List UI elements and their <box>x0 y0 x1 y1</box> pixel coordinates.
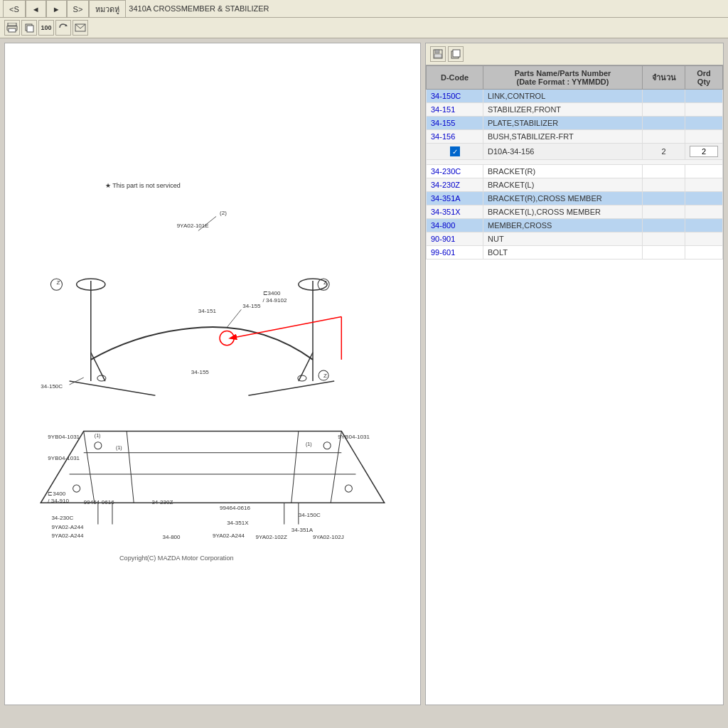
copy-icon <box>24 23 34 33</box>
svg-rect-4 <box>27 26 33 32</box>
svg-text:34-230C: 34-230C <box>51 515 73 521</box>
copy-button[interactable] <box>21 20 37 36</box>
svg-line-36 <box>227 309 241 327</box>
table-row: 34-351XBRACKET(L),CROSS MEMBER <box>427 205 723 219</box>
svg-point-25 <box>95 442 102 449</box>
copyright-text: Copyright(C) MAZDA Motor Corporation <box>119 555 233 562</box>
refresh-button[interactable] <box>55 20 71 36</box>
header-qty: จำนวน <box>643 66 685 90</box>
dcode-cell[interactable]: 34-151 <box>427 103 483 117</box>
dcode-cell[interactable]: 34-156 <box>427 130 483 144</box>
prev-button[interactable]: ◄ <box>26 0 46 17</box>
main-content: ★ This part is not serviced Z Z <box>0 38 728 710</box>
qty-cell <box>643 90 685 103</box>
dcode-cell[interactable]: 34-800 <box>427 219 483 232</box>
svg-text:Z: Z <box>56 279 60 286</box>
table-row: ✓D10A-34-1562 <box>427 144 723 160</box>
parts-save-button[interactable] <box>430 46 446 62</box>
table-row: 34-156BUSH,STABILIZER-FRT <box>427 130 723 144</box>
dcode-cell[interactable]: 34-351A <box>427 192 483 205</box>
parts-name-cell: BRACKET(R) <box>483 165 643 178</box>
table-row: 34-230ZBRACKET(L) <box>427 178 723 192</box>
back-button[interactable]: <S <box>3 0 26 17</box>
svg-line-19 <box>84 432 95 503</box>
dcode-cell[interactable]: 34-230C <box>427 165 483 178</box>
ord-qty-cell <box>685 232 723 246</box>
checkbox-cell[interactable]: ✓ <box>427 144 483 160</box>
bolt-group-left <box>98 503 112 524</box>
dcode-cell[interactable]: 90-901 <box>427 232 483 246</box>
svg-text:34-150C: 34-150C <box>41 383 63 390</box>
forward-button[interactable]: S> <box>67 0 90 17</box>
svg-text:9YA02-102Z: 9YA02-102Z <box>255 534 287 540</box>
part-number-cell: D10A-34-156 <box>483 144 643 160</box>
table-row: 34-230CBRACKET(R) <box>427 165 723 178</box>
svg-text:⊏3400: ⊏3400 <box>263 290 281 296</box>
diagram-panel: ★ This part is not serviced Z Z <box>4 43 421 705</box>
svg-text:(2): (2) <box>220 210 227 216</box>
qty-cell <box>643 192 685 205</box>
ord-qty-cell <box>685 103 723 117</box>
qty-cell <box>643 246 685 259</box>
email-icon <box>75 23 86 32</box>
header-dcode: D-Code <box>427 66 483 90</box>
svg-text:9YA02-A244: 9YA02-A244 <box>51 524 84 530</box>
ord-qty-cell[interactable] <box>685 144 723 160</box>
table-row: 34-151STABILIZER,FRONT <box>427 103 723 117</box>
qty-cell <box>643 103 685 117</box>
checkbox-checked[interactable]: ✓ <box>450 146 460 156</box>
svg-text:★ This part is not serviced: ★ This part is not serviced <box>105 182 181 189</box>
svg-text:34-230Z: 34-230Z <box>151 499 173 505</box>
zoom-label: 100 <box>41 24 51 31</box>
next-button[interactable]: ► <box>46 0 67 17</box>
refresh-icon <box>58 23 68 33</box>
svg-text:(1): (1) <box>306 441 312 447</box>
svg-line-22 <box>291 432 299 503</box>
parts-table-container[interactable]: D-Code Parts Name/Parts Number(Date Form… <box>426 65 723 705</box>
svg-text:99464-0616: 99464-0616 <box>220 505 250 511</box>
parts-name-cell: LINK,CONTROL <box>483 90 643 103</box>
print-icon <box>6 23 18 33</box>
parts-panel-toolbar <box>426 43 723 65</box>
dcode-cell[interactable]: 34-351X <box>427 205 483 219</box>
ord-qty-cell <box>685 178 723 192</box>
svg-text:9YB04-1031: 9YB04-1031 <box>338 434 370 440</box>
ord-qty-input[interactable] <box>690 146 718 157</box>
svg-text:⊏3400: ⊏3400 <box>48 491 65 497</box>
qty-cell <box>643 219 685 232</box>
svg-text:9YA02-102J: 9YA02-102J <box>313 534 344 540</box>
table-row: 34-800MEMBER,CROSS <box>427 219 723 232</box>
home-tab[interactable]: หมวดหู่ <box>89 0 126 17</box>
svg-text:34-155: 34-155 <box>191 369 210 375</box>
parts-copy-button[interactable] <box>448 46 464 62</box>
email-button[interactable] <box>73 20 88 36</box>
svg-text:34-150C: 34-150C <box>299 512 321 518</box>
svg-point-27 <box>73 485 80 492</box>
svg-rect-76 <box>435 50 439 53</box>
dcode-cell[interactable]: 34-150C <box>427 90 483 103</box>
svg-text:9YB04-1031: 9YB04-1031 <box>48 455 80 461</box>
parts-copy-icon <box>451 49 461 59</box>
dcode-cell[interactable]: 34-230Z <box>427 178 483 192</box>
qty-cell <box>643 205 685 219</box>
print-button[interactable] <box>4 20 20 36</box>
parts-list-table: D-Code Parts Name/Parts Number(Date Form… <box>426 65 723 259</box>
svg-line-16 <box>70 381 156 395</box>
parts-name-cell: STABILIZER,FRONT <box>483 103 643 117</box>
parts-diagram: ★ This part is not serviced Z Z <box>12 50 413 697</box>
parts-name-cell: BRACKET(L) <box>483 178 643 192</box>
svg-point-30 <box>97 375 106 381</box>
right-strut: Z <box>299 279 329 381</box>
crossmember <box>41 432 384 503</box>
svg-text:34-800: 34-800 <box>163 534 181 540</box>
zoom-button[interactable]: 100 <box>38 20 54 36</box>
table-header-row: D-Code Parts Name/Parts Number(Date Form… <box>427 66 723 90</box>
spacer-row <box>427 160 723 165</box>
svg-text:Z: Z <box>323 373 327 379</box>
dcode-cell[interactable]: 34-155 <box>427 117 483 130</box>
svg-text:34-351X: 34-351X <box>227 520 249 526</box>
tab-strip: <S ◄ ► S> หมวดหู่ 3410A CROSSMEMBER & ST… <box>0 0 728 18</box>
ord-qty-cell <box>685 117 723 130</box>
dcode-cell[interactable]: 99-601 <box>427 246 483 259</box>
svg-line-61 <box>230 316 341 338</box>
